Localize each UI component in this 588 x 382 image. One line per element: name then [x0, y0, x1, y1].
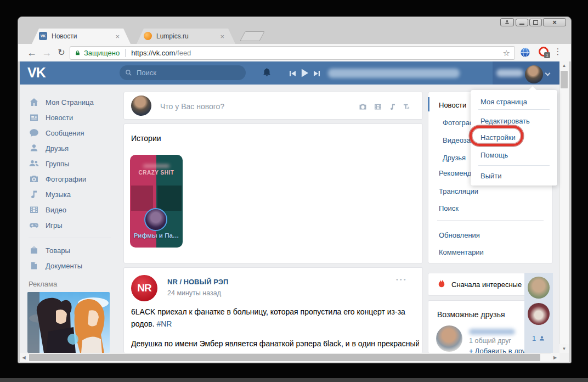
post-text-line1: 6LACK приехал к фанатке в больницу, кото…	[131, 307, 416, 316]
dropdown-arrow	[528, 86, 537, 91]
vk-logo[interactable]: VK	[27, 65, 46, 81]
sidebar-divider	[29, 238, 111, 238]
scrollbar-corner	[559, 353, 569, 362]
right-nav-search[interactable]: Поиск	[439, 204, 459, 212]
mutual-friends-label: 1 общий друг	[469, 337, 511, 345]
user-avatar[interactable]	[525, 65, 543, 83]
url-host: https://vk.com	[131, 49, 175, 57]
tab-close-icon[interactable]: ×	[218, 33, 227, 40]
online-friend-avatar[interactable]	[528, 277, 550, 299]
menu-item-help[interactable]: Помощь	[480, 151, 508, 159]
sidebar-item-messages[interactable]: Сообщения	[29, 125, 116, 141]
scroll-down-button[interactable]: ▼	[559, 344, 569, 353]
address-bar[interactable]: Защищено https://vk.com/feed ☆	[70, 46, 515, 60]
attach-music-icon[interactable]	[388, 102, 397, 111]
post-menu-ellipsis[interactable]: •••	[396, 276, 408, 283]
scroll-left-button[interactable]: ◀	[20, 353, 28, 362]
notifications-bell-icon[interactable]	[262, 67, 272, 77]
ads-label: Реклама	[29, 280, 57, 288]
ad-image[interactable]	[27, 292, 110, 353]
attach-article-icon[interactable]	[402, 102, 411, 111]
profile-window-button[interactable]	[500, 18, 514, 26]
sidebar-item-documents[interactable]: Документы	[29, 258, 116, 273]
home-icon	[29, 97, 39, 108]
back-button[interactable]: ←	[25, 46, 38, 59]
right-nav-divider	[437, 220, 544, 221]
sidebar-item-music[interactable]: Музыка	[29, 187, 116, 202]
camera-icon	[29, 173, 39, 184]
sidebar-item-groups[interactable]: Группы	[29, 156, 116, 171]
menu-item-logout[interactable]: Выйти	[480, 172, 502, 180]
attach-video-icon[interactable]	[373, 102, 383, 111]
right-nav-updates[interactable]: Обновления	[439, 231, 480, 239]
right-nav-news[interactable]: Новости	[439, 101, 466, 109]
url-path: /feed	[175, 49, 191, 57]
people-icon	[29, 158, 39, 169]
menu-item-edit[interactable]: Редактировать	[480, 117, 530, 125]
fire-icon	[437, 278, 446, 290]
sidebar-label: Друзья	[46, 144, 69, 153]
sidebar-item-photos[interactable]: Фотографии	[29, 171, 116, 187]
vertical-scrollbar[interactable]	[559, 61, 569, 353]
sidebar-item-my-page[interactable]: Моя Страница	[29, 94, 116, 110]
interesting-first-label: Сначала интересные	[451, 280, 522, 289]
menu-item-my-page[interactable]: Моя страница	[480, 98, 527, 106]
post-hashtag[interactable]: #NR	[156, 319, 172, 328]
maximize-button[interactable]	[529, 19, 542, 26]
scroll-right-button[interactable]: ▶	[551, 353, 559, 362]
sidebar-label: Фотографии	[46, 175, 86, 183]
story-card[interactable]: CRAZY SHIT Рифмы и Па…	[130, 155, 183, 248]
player-play-icon[interactable]	[301, 68, 309, 78]
minimize-button[interactable]	[516, 19, 528, 26]
close-icon: ×	[552, 18, 557, 26]
composer-avatar[interactable]	[131, 96, 151, 116]
online-friend-avatar[interactable]	[528, 303, 550, 325]
post-author-name[interactable]: NR / НОВЫЙ РЭП	[167, 278, 228, 286]
post-text-line2: родов. #NR	[131, 319, 416, 328]
right-nav-comments[interactable]: Комментарии	[439, 248, 484, 256]
sidebar-item-news[interactable]: Новости	[29, 110, 116, 125]
suggested-friend-avatar[interactable]	[436, 325, 462, 352]
sidebar-label: Музыка	[46, 190, 71, 199]
minimize-icon	[519, 24, 524, 25]
document-icon	[29, 260, 39, 271]
right-nav-live[interactable]: Трансляции	[439, 187, 478, 195]
sidebar-item-video[interactable]: Видео	[29, 202, 116, 217]
sidebar-label: Группы	[46, 160, 69, 168]
close-window-button[interactable]: ×	[543, 18, 566, 26]
story-texture	[157, 186, 182, 211]
sidebar-item-games[interactable]: Игры	[29, 217, 116, 233]
online-count[interactable]: 1	[532, 334, 546, 342]
sidebar-label: Сообщения	[46, 129, 84, 137]
post-author-logo[interactable]: NR	[131, 275, 157, 301]
composer-placeholder[interactable]: Что у Вас нового?	[160, 102, 224, 111]
sidebar-item-market[interactable]: Товары	[29, 243, 116, 258]
globe-extension-icon[interactable]	[520, 47, 530, 58]
sidebar-label: Игры	[46, 221, 63, 229]
attach-photo-icon[interactable]	[358, 102, 368, 111]
desktop-edge	[0, 378, 588, 382]
header-search[interactable]: Поиск	[120, 65, 246, 80]
horizontal-scroll-thumb[interactable]	[29, 354, 540, 361]
forward-button[interactable]: →	[40, 46, 53, 59]
post-time[interactable]: 24 минуты назад	[167, 289, 221, 297]
player-prev-icon[interactable]	[289, 70, 296, 77]
extension-badge: 1	[544, 52, 550, 58]
lock-icon	[75, 49, 81, 57]
maximize-icon	[533, 20, 538, 25]
story-texture	[131, 186, 153, 211]
sidebar-item-friends[interactable]: Друзья	[29, 141, 116, 156]
chat-icon	[29, 127, 39, 138]
tab-novosti[interactable]: VK Новости ×	[32, 29, 131, 44]
scroll-up-button[interactable]: ▲	[559, 61, 569, 70]
right-nav-friends[interactable]: Друзья	[443, 154, 466, 162]
chrome-menu-button[interactable]: ⋮	[553, 47, 562, 59]
news-icon	[29, 112, 39, 123]
tab-lumpics[interactable]: Lumpics.ru ×	[137, 29, 235, 44]
reload-button[interactable]: ↻	[55, 46, 68, 59]
omnibox-separator	[125, 49, 126, 57]
bookmark-star-icon[interactable]: ☆	[503, 48, 510, 58]
player-next-icon[interactable]	[313, 70, 320, 77]
tab-close-icon[interactable]: ×	[113, 33, 122, 40]
vertical-scroll-thumb[interactable]	[561, 71, 568, 88]
